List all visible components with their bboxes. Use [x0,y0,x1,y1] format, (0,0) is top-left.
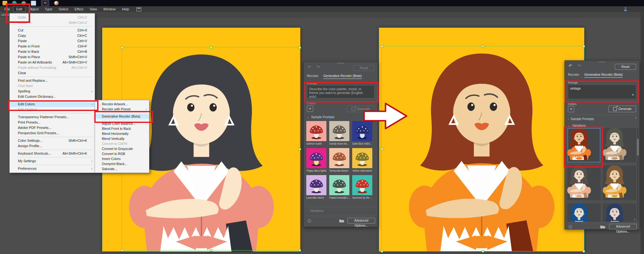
menubar-item-view[interactable]: View [86,6,100,12]
info-icon[interactable]: ⓘ [308,218,311,224]
menu-item-spelling[interactable]: Spelling › [10,89,95,94]
submenu-item-overprint-black[interactable]: Overprint Black... [95,161,149,166]
menu-item-paste-in-place[interactable]: Paste in Place Shift+Ctrl+V [10,54,95,60]
selection-handle[interactable] [381,45,383,47]
scroll-down-icon[interactable]: ∨ [633,218,636,221]
menubar-item-window[interactable]: Window [100,6,119,12]
document-arrange-icon[interactable] [136,7,141,11]
menu-item-assign-profile[interactable]: Assign Profile... [10,143,95,149]
sample-prompt-salmon-sushi[interactable]: Salmon sushi [306,121,326,145]
submenu-item-recolor-artwork[interactable]: Recolor Artwork... [95,102,149,107]
sample-prompt-lavender-storm[interactable]: Lavender storm [306,175,326,199]
selection-handle[interactable] [299,148,301,150]
generate-button[interactable]: Generate [608,106,636,112]
menubar-item-select[interactable]: Select [55,6,71,12]
variations-header[interactable]: ⌄Variations [568,124,586,127]
sample-prompt-summer-by-the[interactable]: Summer by the ... [352,175,372,199]
menu-item-paste-in-back[interactable]: Paste in Back Ctrl+B [10,49,95,54]
submenu-item-blend-front-to-back[interactable]: Blend Front to Back [95,126,149,131]
panel-drag-handle[interactable]: •••••• [337,62,344,64]
menu-item-transparency-flattener-presets[interactable]: Transparency Flattener Presets... [10,114,95,120]
document-tab[interactable]: 320.ai @ [0,12,644,18]
paint-icon[interactable] [54,1,59,5]
menu-item-preferences[interactable]: Preferences › [10,166,95,171]
submenu-item-saturate[interactable]: Saturate... [95,166,149,171]
menu-item-clear[interactable]: Clear [10,70,95,76]
selection-handle[interactable] [299,249,301,251]
variation-thumbnail-4[interactable] [603,166,636,200]
menu-item-edit-colors[interactable]: Edit Colors › [10,102,95,107]
menubar-item-type[interactable]: Type [42,6,56,12]
add-color-button[interactable]: + [568,106,574,112]
menubar-item-object[interactable]: Object [25,6,42,12]
selection-handle[interactable] [210,249,212,251]
menu-item-perspective-grid-presets[interactable]: Perspective Grid Presets... [10,130,95,136]
selection-handle[interactable] [121,249,123,251]
submenu-item-blend-vertically[interactable]: Blend Vertically [95,136,149,141]
sample-prompt-faded-emerald-c[interactable]: Faded emerald c... [329,175,349,199]
selection-handle[interactable] [583,250,585,252]
sample-prompts-header[interactable]: ›Sample Prompts [568,117,594,121]
menu-item-find-and-replace[interactable]: Find and Replace... [10,78,95,83]
clear-prompt-icon[interactable]: ✕ [632,93,634,97]
menu-item-cut[interactable]: Cut Ctrl+X [10,28,95,33]
selection-handle[interactable] [482,45,484,47]
prompt-input[interactable] [307,85,375,98]
selection-handle[interactable] [121,47,123,49]
menu-item-edit-custom-dictionary[interactable]: Edit Custom Dictionary... [10,94,95,99]
sample-prompts-header[interactable]: ⌄Sample Prompts [307,115,334,119]
submenu-item-recolor-with-preset[interactable]: Recolor with Preset › [95,107,149,112]
explorer-icon[interactable] [3,1,7,5]
selection-handle[interactable] [210,47,212,49]
sample-prompt-sandy-stone-be[interactable]: Sandy stone be... [329,121,349,145]
folder-icon[interactable] [600,225,605,229]
variation-thumbnail-2[interactable] [603,128,636,163]
submenu-item-adjust-color-balance[interactable]: Adjust Color Balance... [95,121,149,126]
add-color-button[interactable]: + [307,106,313,112]
menu-item-paste[interactable]: Paste Ctrl+V [10,38,95,44]
menu-item-keyboard-shortcuts[interactable]: Keyboard Shortcuts... Alt+Shift+Ctrl+K [10,151,95,156]
variations-scrollbar[interactable] [637,128,639,222]
selection-handle[interactable] [381,250,383,252]
sample-prompt-terracotta-desert[interactable]: Terracotta desert [329,148,349,172]
menu-item-paste-in-front[interactable]: Paste in Front Ctrl+F [10,44,95,49]
menu-item-adobe-pdf-presets[interactable]: Adobe PDF Presets... [10,125,95,130]
menubar-item-edit[interactable]: Edit [13,6,25,12]
folder-icon[interactable] [339,219,344,223]
info-icon[interactable]: ⓘ [569,224,572,230]
submenu-item-generative-recolor-beta[interactable]: Generative Recolor (Beta) [95,114,149,119]
reset-button[interactable]: Reset [615,64,636,70]
tab-recolor[interactable]: Recolor [568,73,579,78]
undo-icon[interactable]: ↶ [569,64,572,68]
notes-icon[interactable] [31,1,36,6]
tab-generative-recolor[interactable]: Generative Recolor (Beta) [323,74,362,79]
tab-recolor[interactable]: Recolor [307,74,318,79]
beta-flask-icon[interactable] [623,7,628,11]
variation-thumbnail-3[interactable] [567,166,601,200]
submenu-item-invert-colors[interactable]: Invert Colors [95,156,149,161]
menu-item-color-settings[interactable]: Color Settings... Shift+Ctrl+K [10,138,95,143]
variation-thumbnail-5[interactable] [567,203,601,222]
submenu-item-convert-to-rgb[interactable]: Convert to RGB [95,151,149,156]
scroll-up-icon[interactable]: ∧ [635,116,637,119]
tab-generative-recolor[interactable]: Generative Recolor (Beta) [584,73,623,78]
variation-thumbnail-1[interactable] [567,128,601,163]
sample-prompt-trippy-disco-lights[interactable]: Trippy disco lights [306,148,326,172]
selection-handle[interactable] [482,250,484,252]
submenu-item-blend-horizontally[interactable]: Blend Horizontally [95,131,149,136]
menu-item-paste-on-all-artboards[interactable]: Paste on All Artboards Alt+Shift+Ctrl+V [10,60,95,65]
menu-item-print-presets[interactable]: Print Presets... [10,120,95,125]
chrome-icon[interactable] [21,1,26,5]
panel-drag-handle[interactable]: •••••• [598,60,606,63]
selection-handle[interactable] [583,45,585,47]
prompt-input[interactable]: vintage [568,85,636,99]
selection-handle[interactable] [299,47,301,49]
menubar-item-effect[interactable]: Effect [71,6,86,12]
sample-prompt-yellow-submarine[interactable]: Yellow submarine [352,148,372,172]
submenu-item-convert-to-grayscale[interactable]: Convert to Grayscale [95,146,149,151]
menu-item-my-settings[interactable]: My Settings › [10,158,95,164]
illustrator-taskbar-item[interactable]: Ai [41,0,49,6]
menubar-item-help[interactable]: Help [119,6,132,12]
sample-prompt-dark-blue-midni[interactable]: Dark blue midni... [352,121,372,145]
edge-icon[interactable] [12,1,17,5]
